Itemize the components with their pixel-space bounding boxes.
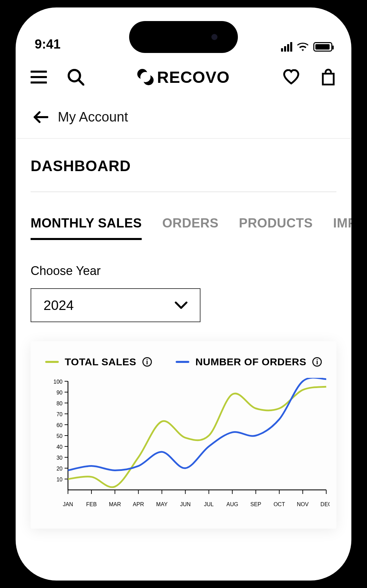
search-icon[interactable] <box>67 69 84 86</box>
tab-orders[interactable]: ORDERS <box>162 216 219 240</box>
chart-legend: TOTAL SALES i NUMBER OF ORDERS i <box>37 356 330 368</box>
status-indicators <box>281 42 332 52</box>
monthly-sales-chart: 102030405060708090100JANFEBMARAPRMAYJUNJ… <box>37 378 330 514</box>
cellular-icon <box>281 42 292 52</box>
year-select[interactable]: 2024 <box>31 288 200 322</box>
svg-text:SEP: SEP <box>250 501 261 507</box>
page-title: DASHBOARD <box>16 139 351 185</box>
svg-text:50: 50 <box>56 433 63 439</box>
chevron-down-icon <box>175 301 188 309</box>
breadcrumb[interactable]: My Account <box>16 99 351 139</box>
svg-text:MAY: MAY <box>156 501 168 507</box>
svg-text:APR: APR <box>133 501 144 507</box>
svg-text:OCT: OCT <box>274 501 285 507</box>
svg-text:MAR: MAR <box>109 501 121 507</box>
status-time: 9:41 <box>35 37 60 52</box>
svg-text:70: 70 <box>56 411 63 417</box>
svg-text:10: 10 <box>56 477 63 482</box>
info-icon[interactable]: i <box>142 357 152 367</box>
svg-text:40: 40 <box>56 444 63 450</box>
legend-swatch-green <box>45 361 59 363</box>
brand-name: RECOVO <box>157 68 230 87</box>
svg-text:80: 80 <box>56 401 63 406</box>
phone-frame: 9:41 <box>8 0 359 588</box>
menu-icon[interactable] <box>31 70 47 84</box>
svg-text:AUG: AUG <box>226 501 238 507</box>
svg-text:NOV: NOV <box>297 501 309 507</box>
legend-label-total-sales: TOTAL SALES <box>65 356 137 368</box>
tabs: MONTHLY SALES ORDERS PRODUCTS IMPA <box>16 192 351 240</box>
info-icon[interactable]: i <box>312 357 322 367</box>
screen: 9:41 <box>16 7 351 581</box>
legend-label-number-of-orders: NUMBER OF ORDERS <box>195 356 306 368</box>
battery-icon <box>313 42 332 52</box>
svg-text:20: 20 <box>56 466 63 472</box>
svg-text:JUN: JUN <box>180 501 191 507</box>
svg-text:30: 30 <box>56 455 63 461</box>
heart-icon[interactable] <box>283 69 300 85</box>
legend-number-of-orders: NUMBER OF ORDERS i <box>176 356 322 368</box>
year-field-label: Choose Year <box>16 240 351 278</box>
svg-text:DEC: DEC <box>320 501 330 507</box>
chart-card: TOTAL SALES i NUMBER OF ORDERS i 1020304… <box>31 341 336 529</box>
bag-icon[interactable] <box>320 68 336 86</box>
app-header: RECOVO <box>16 55 351 99</box>
svg-text:JAN: JAN <box>63 501 73 507</box>
brand-mark-icon <box>137 69 154 85</box>
svg-text:FEB: FEB <box>86 501 97 507</box>
svg-line-4 <box>78 80 84 85</box>
tab-monthly-sales[interactable]: MONTHLY SALES <box>31 216 142 240</box>
svg-text:100: 100 <box>53 379 63 385</box>
dynamic-island <box>129 21 238 53</box>
tab-impact[interactable]: IMPA <box>333 216 351 240</box>
svg-text:90: 90 <box>56 390 63 396</box>
svg-text:60: 60 <box>56 422 63 428</box>
tab-products[interactable]: PRODUCTS <box>239 216 313 240</box>
brand-logo[interactable]: RECOVO <box>137 68 230 87</box>
legend-swatch-blue <box>176 361 189 363</box>
breadcrumb-label: My Account <box>58 109 128 125</box>
year-select-value: 2024 <box>43 298 74 313</box>
wifi-icon <box>297 42 309 52</box>
svg-text:JUL: JUL <box>204 501 214 507</box>
back-arrow-icon[interactable] <box>33 111 48 123</box>
legend-total-sales: TOTAL SALES i <box>45 356 152 368</box>
